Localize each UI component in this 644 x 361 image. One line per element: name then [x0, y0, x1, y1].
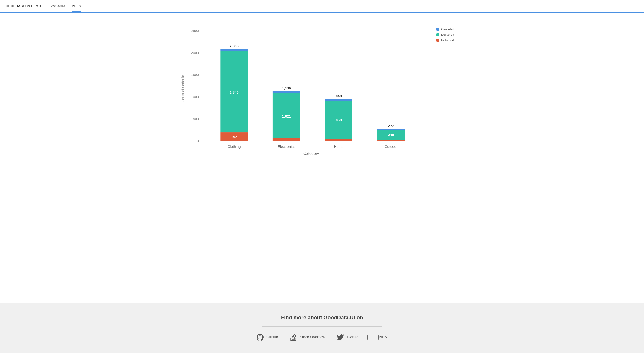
svg-text:248: 248: [388, 133, 394, 137]
footer: Find more about GoodData.UI on GitHub St…: [0, 303, 644, 353]
footer-links: GitHub Stack Overflow Twitter npm: [5, 334, 639, 341]
svg-text:858: 858: [336, 118, 342, 122]
stackoverflow-link[interactable]: Stack Overflow: [290, 334, 325, 341]
svg-text:948: 948: [336, 94, 342, 98]
legend-delivered-label: Delivered: [441, 33, 454, 36]
bar-clothing-canceled: [220, 49, 248, 51]
legend-returned: Returned: [436, 38, 465, 42]
chart-container: Count of Order id 0 500 1000: [179, 22, 465, 156]
npm-icon: npm: [369, 334, 377, 341]
header-divider: [46, 3, 46, 9]
svg-text:2000: 2000: [191, 51, 199, 55]
svg-text:277: 277: [388, 124, 394, 128]
legend-canceled: Canceled: [436, 28, 465, 31]
stackoverflow-label: Stack Overflow: [300, 335, 325, 339]
bar-chart: Count of Order id 0 500 1000: [179, 22, 427, 155]
npm-link[interactable]: npm NPM: [369, 334, 388, 341]
legend-returned-color: [436, 39, 439, 42]
legend-canceled-color: [436, 28, 439, 31]
twitter-link[interactable]: Twitter: [336, 334, 358, 341]
brand-title: GOODDATA-CN-DEMO: [6, 4, 41, 8]
svg-text:Home: Home: [334, 144, 344, 148]
bar-outdoor-canceled: [377, 129, 405, 130]
footer-divider: [262, 326, 382, 327]
svg-text:1,021: 1,021: [282, 114, 291, 118]
bar-home-returned: [325, 139, 352, 141]
npm-label: NPM: [379, 335, 388, 339]
bar-home-canceled: [325, 99, 352, 101]
nav-welcome[interactable]: Welcome: [51, 0, 64, 12]
github-icon: [256, 334, 264, 341]
svg-text:2500: 2500: [191, 28, 199, 32]
svg-text:Clothing: Clothing: [228, 144, 241, 148]
svg-text:0: 0: [197, 139, 199, 143]
chart-svg-wrapper: Count of Order id 0 500 1000: [179, 22, 427, 156]
svg-text:2,086: 2,086: [230, 44, 239, 48]
legend-delivered: Delivered: [436, 33, 465, 36]
header: GOODDATA-CN-DEMO Welcome Home: [0, 0, 644, 12]
svg-text:500: 500: [193, 117, 199, 121]
svg-text:1,136: 1,136: [282, 86, 291, 90]
svg-text:192: 192: [231, 135, 237, 139]
twitter-icon: [336, 334, 344, 341]
legend-returned-label: Returned: [441, 38, 454, 42]
chart-legend: Canceled Delivered Returned: [436, 22, 465, 42]
chart-area: Count of Order id 0 500 1000: [179, 22, 465, 156]
svg-text:Count of Order id: Count of Order id: [181, 75, 185, 102]
bar-electronics-returned: [273, 138, 300, 141]
legend-delivered-color: [436, 33, 439, 36]
stackoverflow-icon: [290, 334, 297, 341]
twitter-label: Twitter: [346, 335, 358, 339]
nav-home[interactable]: Home: [72, 0, 81, 12]
github-link[interactable]: GitHub: [256, 334, 278, 341]
svg-text:Electronics: Electronics: [278, 144, 295, 148]
footer-tagline: Find more about GoodData.UI on: [5, 314, 639, 321]
svg-text:1000: 1000: [191, 95, 199, 99]
bar-outdoor-returned: [377, 140, 405, 141]
svg-text:1500: 1500: [191, 73, 199, 77]
svg-text:Outdoor: Outdoor: [385, 144, 398, 148]
bar-electronics-canceled: [273, 91, 300, 93]
svg-text:Category: Category: [304, 151, 319, 155]
svg-text:1,846: 1,846: [230, 90, 239, 94]
legend-canceled-label: Canceled: [441, 28, 454, 31]
header-nav: Welcome Home: [51, 0, 81, 12]
github-label: GitHub: [266, 335, 278, 339]
main-content: Count of Order id 0 500 1000: [0, 13, 644, 303]
